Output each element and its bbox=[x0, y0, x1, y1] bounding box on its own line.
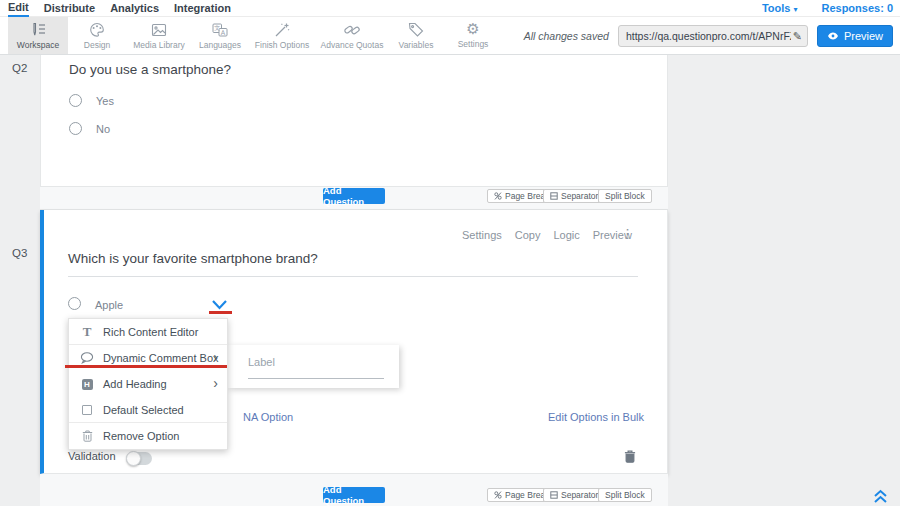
question-card-q2[interactable]: Do you use a smartphone? Yes No bbox=[40, 55, 668, 187]
menu-integration[interactable]: Integration bbox=[174, 1, 231, 16]
question-id-q2: Q2 bbox=[12, 62, 27, 74]
tab-label: Design bbox=[84, 40, 110, 50]
tab-media-library[interactable]: Media Library bbox=[126, 17, 192, 54]
separator-label: Separator bbox=[561, 490, 598, 500]
menu-item-default-selected[interactable]: Default Selected bbox=[69, 397, 227, 423]
page-break-icon bbox=[494, 192, 502, 200]
separator-label: Separator bbox=[561, 191, 598, 201]
menu-item-remove-option[interactable]: Remove Option bbox=[69, 423, 227, 449]
validation-label: Validation bbox=[68, 450, 116, 462]
toggle-knob bbox=[126, 451, 141, 466]
checkbox-icon bbox=[79, 405, 95, 415]
trash-icon[interactable] bbox=[624, 450, 636, 463]
tab-label: Advance Quotas bbox=[321, 40, 384, 50]
question-id-q3: Q3 bbox=[12, 247, 27, 259]
radio-button[interactable] bbox=[69, 94, 82, 107]
split-block-label: Split Block bbox=[605, 490, 645, 500]
trash-icon bbox=[79, 430, 95, 442]
kebab-menu-icon[interactable]: ⋮ bbox=[621, 226, 634, 241]
chevron-right-icon: › bbox=[213, 375, 218, 391]
split-block-button[interactable]: Split Block bbox=[598, 189, 652, 203]
q3-settings-link[interactable]: Settings bbox=[462, 229, 502, 241]
heading-icon: H bbox=[79, 379, 95, 390]
tab-label: Media Library bbox=[133, 40, 185, 50]
label-input-placeholder: Label bbox=[248, 356, 275, 368]
separator-icon bbox=[550, 192, 558, 200]
menu-item-label: Dynamic Comment Box bbox=[103, 352, 219, 364]
tab-finish-options[interactable]: Finish Options bbox=[248, 17, 316, 54]
survey-url-value[interactable]: https://qa.questionpro.com/t/APNrFZgO bbox=[626, 30, 791, 42]
menubar-nav: Edit Distribute Analytics Integration bbox=[8, 0, 231, 17]
annotation-underline-chevron bbox=[209, 311, 232, 314]
menu-edit[interactable]: Edit bbox=[8, 0, 29, 17]
q2-title[interactable]: Do you use a smartphone? bbox=[69, 62, 231, 77]
tab-label: Variables bbox=[399, 40, 434, 50]
menu-distribute[interactable]: Distribute bbox=[44, 1, 95, 16]
wand-icon bbox=[273, 22, 291, 38]
add-question-button[interactable]: Add Question bbox=[323, 188, 385, 204]
q3-copy-link[interactable]: Copy bbox=[515, 229, 541, 241]
separator-button[interactable]: Separator bbox=[543, 189, 605, 203]
q2-option-row: Yes bbox=[69, 94, 114, 107]
separator-button[interactable]: Separator bbox=[543, 488, 605, 502]
tab-label: Languages bbox=[199, 40, 241, 50]
workspace-icon bbox=[29, 22, 47, 38]
tab-advance-quotas[interactable]: Advance Quotas bbox=[316, 17, 388, 54]
na-option-link[interactable]: NA Option bbox=[243, 411, 293, 423]
q3-title[interactable]: Which is your favorite smartphone brand? bbox=[68, 251, 318, 266]
tab-settings[interactable]: ⚙ Settings bbox=[444, 17, 502, 54]
tab-variables[interactable]: Variables bbox=[388, 17, 444, 54]
split-block-button[interactable]: Split Block bbox=[598, 488, 652, 502]
pencil-icon[interactable]: ✎ bbox=[793, 30, 802, 43]
menu-analytics[interactable]: Analytics bbox=[110, 1, 159, 16]
menu-item-add-heading[interactable]: H Add Heading › bbox=[69, 371, 227, 397]
separator-icon bbox=[550, 491, 558, 499]
survey-url-input[interactable]: https://qa.questionpro.com/t/APNrFZgO ✎ bbox=[618, 25, 808, 47]
edit-options-in-bulk-link[interactable]: Edit Options in Bulk bbox=[548, 411, 644, 423]
add-question-button[interactable]: Add Question bbox=[323, 487, 385, 503]
menubar-right: Tools ▾ Responses: 0 bbox=[762, 2, 893, 14]
responses-count[interactable]: Responses: 0 bbox=[821, 2, 893, 14]
q3-title-underline bbox=[68, 276, 638, 277]
tools-dropdown[interactable]: Tools ▾ bbox=[762, 2, 798, 14]
menu-item-rich-content-editor[interactable]: T Rich Content Editor bbox=[69, 319, 227, 345]
preview-label: Preview bbox=[844, 30, 883, 42]
tab-design[interactable]: Design bbox=[68, 17, 126, 54]
comment-box-submenu: Label bbox=[228, 345, 399, 388]
chevron-down-icon[interactable] bbox=[211, 299, 228, 311]
image-icon bbox=[150, 22, 168, 38]
q3-logic-link[interactable]: Logic bbox=[553, 229, 579, 241]
tag-icon bbox=[407, 22, 425, 38]
gear-icon: ⚙ bbox=[466, 22, 479, 37]
radio-button[interactable] bbox=[69, 122, 82, 135]
radio-button[interactable] bbox=[68, 297, 81, 310]
annotation-underline-dynamic-comment-box bbox=[65, 365, 227, 368]
palette-icon bbox=[88, 22, 106, 38]
q3-option-apple-label[interactable]: Apple bbox=[95, 299, 123, 311]
translate-icon: 文A bbox=[211, 22, 229, 38]
validation-toggle[interactable] bbox=[126, 452, 152, 465]
option-label[interactable]: No bbox=[96, 123, 110, 135]
q2-option-row: No bbox=[69, 122, 110, 135]
svg-text:A: A bbox=[221, 28, 226, 36]
tab-languages[interactable]: 文A Languages bbox=[192, 17, 248, 54]
page-break-icon bbox=[494, 491, 502, 499]
double-chevron-up-icon[interactable] bbox=[872, 489, 889, 504]
option-label[interactable]: Yes bbox=[96, 95, 114, 107]
editor-toolbar: Workspace Design Media Library 文A Langua… bbox=[0, 17, 900, 55]
caret-down-icon: ▾ bbox=[793, 5, 797, 14]
preview-button[interactable]: Preview bbox=[817, 25, 893, 47]
tab-label: Finish Options bbox=[255, 40, 309, 50]
text-icon: T bbox=[79, 325, 95, 338]
label-input[interactable] bbox=[248, 378, 384, 379]
tab-workspace[interactable]: Workspace bbox=[8, 17, 68, 54]
links-icon bbox=[343, 22, 361, 38]
option-context-menu: T Rich Content Editor Dynamic Comment Bo… bbox=[68, 318, 228, 450]
q3-action-links: Settings Copy Logic Preview bbox=[462, 229, 632, 241]
comment-icon bbox=[79, 352, 95, 364]
menu-item-label: Default Selected bbox=[103, 404, 184, 416]
chevron-right-icon: › bbox=[213, 349, 218, 365]
split-block-label: Split Block bbox=[605, 191, 645, 201]
tab-label: Workspace bbox=[17, 40, 59, 50]
eye-icon bbox=[827, 32, 839, 40]
